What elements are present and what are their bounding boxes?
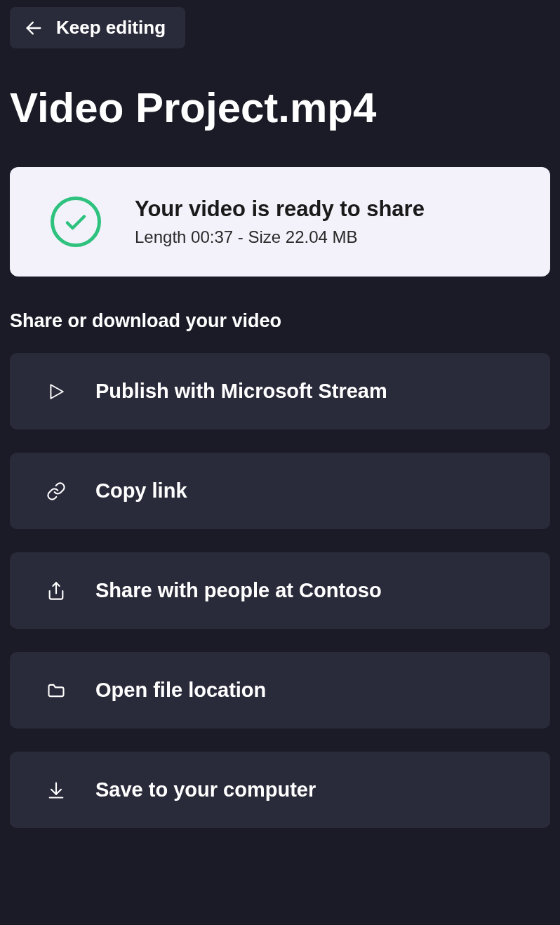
status-card: Your video is ready to share Length 00:3… [10, 167, 550, 277]
link-icon [46, 481, 66, 501]
status-details: Length 00:37 - Size 22.04 MB [135, 227, 425, 247]
save-computer-button[interactable]: Save to your computer [10, 752, 550, 828]
action-label: Share with people at Contoso [95, 579, 382, 602]
arrow-left-icon [24, 18, 44, 38]
action-label: Publish with Microsoft Stream [95, 380, 387, 403]
keep-editing-button[interactable]: Keep editing [10, 7, 185, 48]
status-text: Your video is ready to share Length 00:3… [135, 197, 425, 247]
download-icon [46, 780, 66, 800]
play-icon [46, 382, 66, 401]
svg-marker-1 [51, 385, 62, 399]
status-title: Your video is ready to share [135, 197, 425, 222]
action-label: Open file location [95, 679, 266, 702]
folder-icon [46, 681, 66, 700]
share-icon [46, 581, 66, 601]
section-heading: Share or download your video [10, 310, 550, 332]
share-people-button[interactable]: Share with people at Contoso [10, 552, 550, 629]
action-label: Copy link [95, 479, 187, 503]
action-label: Save to your computer [95, 778, 316, 801]
publish-stream-button[interactable]: Publish with Microsoft Stream [10, 353, 550, 430]
action-list: Publish with Microsoft Stream Copy link … [10, 353, 550, 828]
back-button-label: Keep editing [56, 17, 166, 39]
page-title: Video Project.mp4 [10, 84, 550, 132]
checkmark-icon [51, 197, 101, 247]
copy-link-button[interactable]: Copy link [10, 453, 550, 529]
open-file-location-button[interactable]: Open file location [10, 652, 550, 728]
